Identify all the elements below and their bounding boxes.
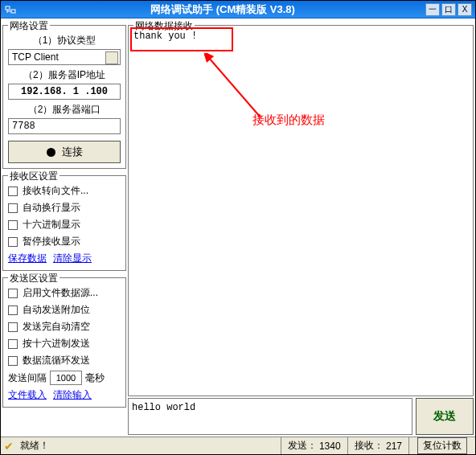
network-settings-group: 网络设置 （1）协议类型 TCP Client （2）服务器IP地址 （2）服务… — [2, 25, 126, 169]
reset-count-button[interactable]: 复位计数 — [417, 437, 467, 454]
checkbox[interactable] — [8, 203, 18, 213]
group-title: 网络设置 — [8, 19, 50, 33]
check-label: 发送完自动清空 — [23, 320, 90, 334]
checkbox[interactable] — [8, 339, 18, 349]
checkbox[interactable] — [8, 322, 18, 332]
status-dot-icon — [47, 148, 55, 157]
clear-input-link[interactable]: 清除输入 — [53, 388, 92, 402]
send-input[interactable] — [128, 398, 412, 435]
minimize-button[interactable]: 一 — [425, 3, 440, 16]
group-title: 发送区设置 — [8, 272, 60, 285]
check-label: 自动换行显示 — [23, 201, 80, 215]
file-load-link[interactable]: 文件载入 — [8, 388, 47, 402]
maximize-button[interactable]: 口 — [441, 3, 456, 16]
checkbox[interactable] — [8, 305, 18, 315]
interval-label: 发送间隔 — [8, 371, 47, 385]
app-window: 网络调试助手 (CM精装版 V3.8) 一 口 X 网络设置 （1）协议类型 T… — [0, 0, 476, 455]
server-ip-label: （2）服务器IP地址 — [8, 68, 121, 82]
clear-display-link[interactable]: 清除显示 — [53, 252, 92, 265]
left-panel: 网络设置 （1）协议类型 TCP Client （2）服务器IP地址 （2）服务… — [2, 20, 126, 435]
check-label: 接收转向文件... — [23, 184, 88, 198]
group-title: 接收区设置 — [8, 170, 60, 183]
svg-rect-0 — [6, 6, 10, 10]
protocol-value: TCP Client — [12, 51, 59, 63]
check-label: 按十六进制发送 — [23, 337, 90, 350]
checkbox[interactable] — [8, 356, 18, 366]
chevron-down-icon — [109, 55, 116, 59]
checkbox[interactable] — [8, 220, 18, 230]
checkbox[interactable] — [8, 289, 18, 298]
recv-settings-group: 接收区设置 接收转向文件... 自动换行显示 十六进制显示 暂停接收显示 保存数… — [2, 175, 126, 271]
server-port-input[interactable] — [8, 118, 121, 134]
window-title: 网络调试助手 (CM精装版 V3.8) — [20, 2, 425, 17]
titlebar: 网络调试助手 (CM精装版 V3.8) 一 口 X — [1, 1, 475, 18]
svg-line-4 — [208, 57, 261, 117]
checkbox[interactable] — [8, 187, 18, 196]
right-panel: 网络数据接收 thank you ! 接收到的数据 发送 — [128, 20, 474, 435]
check-label: 十六进制显示 — [23, 218, 80, 232]
connect-label: 连接 — [62, 145, 83, 159]
svg-rect-1 — [11, 10, 15, 13]
protocol-label: （1）协议类型 — [8, 34, 121, 47]
checkbox[interactable] — [8, 237, 18, 247]
close-button[interactable]: X — [458, 3, 472, 16]
ready-icon: ✔ — [4, 440, 17, 453]
status-sent: 发送： 1340 — [281, 437, 347, 454]
status-recv: 接收： 217 — [347, 437, 408, 454]
recv-text: thank you ! — [133, 31, 197, 42]
server-ip-input[interactable] — [8, 84, 121, 100]
check-label: 数据流循环发送 — [23, 354, 90, 367]
save-data-link[interactable]: 保存数据 — [8, 252, 47, 265]
statusbar: ✔ 就绪！ 发送： 1340 接收： 217 复位计数 — [1, 437, 475, 454]
app-icon — [4, 3, 17, 16]
recv-data-area[interactable]: 网络数据接收 thank you ! 接收到的数据 — [128, 25, 474, 396]
annotation-text: 接收到的数据 — [252, 113, 325, 128]
interval-input[interactable] — [50, 371, 82, 385]
check-label: 启用文件数据源... — [23, 286, 98, 300]
protocol-select[interactable]: TCP Client — [8, 49, 121, 65]
check-label: 自动发送附加位 — [23, 303, 90, 317]
send-button[interactable]: 发送 — [416, 398, 474, 435]
check-label: 暂停接收显示 — [23, 235, 80, 248]
connect-button[interactable]: 连接 — [8, 141, 121, 163]
status-ready: 就绪！ — [20, 439, 49, 453]
send-settings-group: 发送区设置 启用文件数据源... 自动发送附加位 发送完自动清空 按十六进制发送… — [2, 277, 126, 408]
interval-unit: 毫秒 — [85, 371, 105, 385]
server-port-label: （2）服务器端口 — [8, 103, 121, 117]
